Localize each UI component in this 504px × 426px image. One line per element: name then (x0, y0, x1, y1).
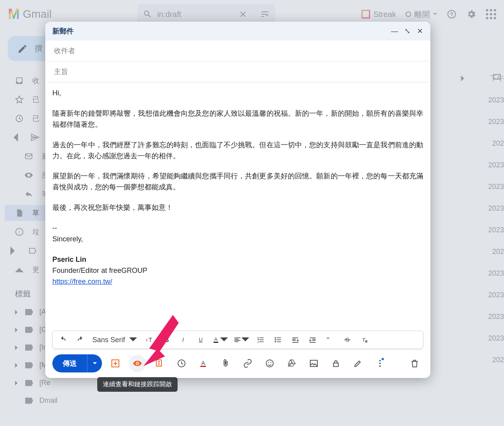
search-value: in:draft (157, 10, 181, 19)
numbered-list-button[interactable] (252, 332, 269, 348)
svg-point-26 (379, 363, 381, 364)
snippets-button[interactable] (151, 355, 168, 372)
indent-less-button[interactable] (287, 332, 304, 348)
align-button[interactable] (231, 332, 252, 348)
email-body[interactable]: Hi, 隨著新年的鐘聲即將敲響，我想借此機會向您及您的家人致以最溫馨的祝福。新的… (45, 82, 430, 331)
sidebar-item-label: 已 (32, 114, 39, 123)
strikethrough-icon: S (343, 336, 351, 344)
collapse-icon[interactable]: ⤡ (404, 28, 411, 35)
undo-icon (59, 336, 67, 344)
timestamp: 2023 (457, 284, 504, 306)
gmail-logo: M Gmail (8, 6, 52, 22)
bullet-list-button[interactable] (269, 332, 287, 348)
font-select[interactable]: Sans Serif (89, 336, 140, 344)
drive-button[interactable] (283, 355, 300, 372)
settings-gear-icon[interactable] (466, 9, 476, 19)
help-icon[interactable] (447, 9, 457, 19)
chevron-icon (11, 133, 20, 142)
underline-button[interactable]: U (192, 332, 209, 348)
star-icon (15, 95, 24, 104)
quote-icon: " (326, 336, 334, 344)
tracking-button[interactable] (129, 355, 146, 372)
eye-icon (133, 359, 142, 368)
emoji-button[interactable] (261, 355, 278, 372)
send-options-button[interactable] (87, 354, 102, 372)
to-field[interactable]: 收件者 (47, 41, 429, 61)
chevron-right-icon (14, 345, 19, 350)
inbox-icon (15, 76, 24, 85)
chevron-down-icon (93, 361, 97, 365)
timestamp: 下午 (457, 68, 504, 89)
dialog-title: 新郵件 (52, 26, 74, 36)
chevron-right-icon (14, 310, 19, 315)
image-button[interactable] (305, 355, 322, 372)
compose-dialog: 新郵件 — ⤡ ✕ 收件者 主旨 Hi, 隨著新年的鐘聲即將敲響，我想借此機會向… (45, 22, 430, 378)
send-button-group: 傳送 (52, 354, 102, 372)
search-icon (143, 9, 152, 19)
streak-label: Streak (373, 10, 396, 19)
chevron-down-icon (241, 336, 249, 344)
presence-status[interactable]: 離開 (406, 9, 437, 20)
sidebar-item-label: 垃 (32, 227, 39, 237)
svg-text:T: T (148, 336, 152, 343)
bold-button[interactable]: B (158, 332, 175, 348)
add-to-pipeline-button[interactable] (107, 355, 124, 372)
file-icon (15, 209, 24, 217)
svg-point-22 (271, 362, 271, 363)
text-color-button[interactable]: A (209, 332, 231, 348)
clock-icon (177, 359, 186, 368)
image-icon (309, 359, 319, 368)
svg-text:т: т (146, 338, 148, 343)
close-icon[interactable]: ✕ (416, 28, 423, 35)
text-format-icon: A (199, 359, 208, 368)
chevron-right-icon (14, 381, 19, 385)
discard-button[interactable] (406, 355, 423, 372)
link-button[interactable] (239, 355, 256, 372)
svg-text:U: U (199, 337, 203, 343)
compose-label: 撰 (35, 43, 43, 54)
dialog-header[interactable]: 新郵件 — ⤡ ✕ (45, 22, 430, 41)
strikethrough-button[interactable]: S (339, 332, 356, 348)
label-item[interactable]: Dmail (5, 393, 102, 408)
drive-icon (287, 359, 296, 368)
gmail-logo-text: Gmail (23, 8, 52, 20)
signature-button[interactable] (349, 355, 367, 372)
svg-rect-10 (213, 342, 218, 343)
subject-field[interactable]: 主旨 (47, 61, 429, 82)
streak-button[interactable]: Streak (361, 10, 396, 19)
label-icon (25, 380, 33, 386)
remove-formatting-button[interactable]: T (356, 332, 373, 348)
timestamp: 2023 (457, 89, 504, 111)
undo-button[interactable] (54, 332, 72, 348)
link-icon (243, 359, 252, 368)
schedule-button[interactable] (173, 355, 190, 372)
search-filters-icon[interactable] (260, 9, 270, 19)
italic-button[interactable]: I (175, 332, 192, 348)
paperclip-icon (221, 359, 230, 368)
font-size-icon: тT (145, 336, 153, 344)
timestamp-column: 下午 2023 2023 202 2023 2023 2023 2023 202… (457, 68, 504, 371)
apps-grid-icon[interactable] (486, 9, 496, 19)
chevron-right-icon (9, 246, 17, 255)
attach-button[interactable] (217, 355, 234, 372)
sidebar-item-label: 草 (32, 208, 39, 218)
signature-link[interactable]: https://free.com.tw/ (52, 278, 112, 285)
svg-text:A: A (214, 337, 218, 342)
svg-rect-24 (334, 363, 338, 367)
svg-text:A: A (201, 359, 205, 366)
label-text: Dmail (39, 396, 57, 405)
add-box-icon (111, 359, 120, 368)
minimize-icon[interactable]: — (391, 28, 398, 35)
font-size-button[interactable]: тT (140, 332, 158, 348)
body-paragraph: 隨著新年的鐘聲即將敲響，我想借此機會向您及您的家人致以最溫馨的祝福。新的一年，新… (52, 108, 423, 130)
confidential-button[interactable] (327, 355, 345, 372)
chevron-down-icon (220, 336, 228, 344)
redo-button[interactable] (72, 332, 89, 348)
formatting-toggle-button[interactable]: A (195, 355, 212, 372)
more-options-button[interactable] (371, 355, 389, 372)
clear-search-icon[interactable] (238, 9, 248, 19)
quote-button[interactable]: " (321, 332, 339, 348)
indent-more-button[interactable] (304, 332, 321, 348)
send-button[interactable]: 傳送 (52, 354, 87, 372)
svg-text:T: T (362, 337, 365, 343)
